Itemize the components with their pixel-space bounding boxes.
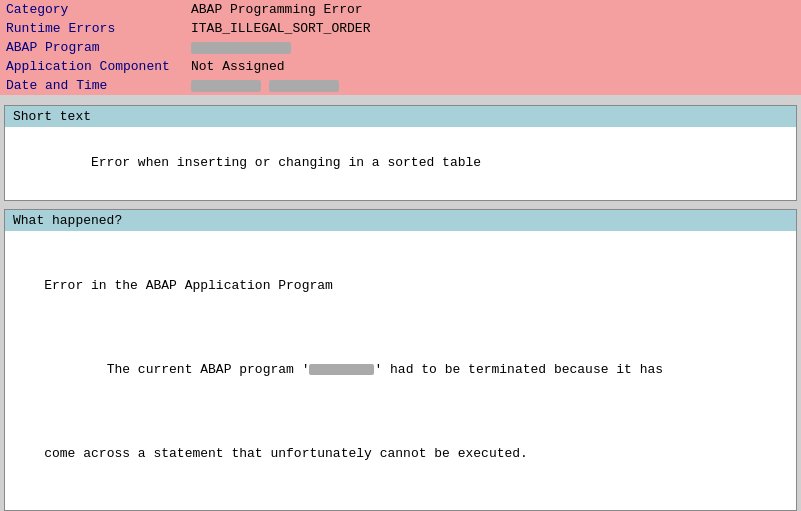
table-row: Date and Time: [0, 76, 801, 95]
short-text-section: Short text Error when inserting or chang…: [4, 105, 797, 201]
short-text-header: Short text: [5, 106, 796, 127]
value-runtime-errors: ITAB_ILLEGAL_SORT_ORDER: [185, 19, 801, 38]
what-happened-section: What happened? Error in the ABAP Applica…: [4, 209, 797, 512]
label-date-time: Date and Time: [0, 76, 185, 95]
label-abap-program: ABAP Program: [0, 38, 185, 57]
error-info-table: Category ABAP Programming Error Runtime …: [0, 0, 801, 95]
label-app-component: Application Component: [0, 57, 185, 76]
what-happened-line3: come across a statement that unfortunate…: [13, 444, 788, 464]
what-happened-header: What happened?: [5, 210, 796, 231]
value-category: ABAP Programming Error: [185, 0, 801, 19]
short-text-body: Error when inserting or changing in a so…: [5, 127, 796, 200]
redacted-program-name: [309, 364, 374, 375]
short-text-content: Error when inserting or changing in a so…: [60, 155, 481, 170]
redacted-date: [191, 80, 261, 92]
what-happened-body: Error in the ABAP Application Program Th…: [5, 231, 796, 511]
label-runtime-errors: Runtime Errors: [0, 19, 185, 38]
table-row: Runtime Errors ITAB_ILLEGAL_SORT_ORDER: [0, 19, 801, 38]
value-app-component: Not Assigned: [185, 57, 801, 76]
redacted-time: [269, 80, 339, 92]
what-happened-line2: The current ABAP program '' had to be te…: [13, 340, 788, 399]
label-category: Category: [0, 0, 185, 19]
error-page: Category ABAP Programming Error Runtime …: [0, 0, 801, 511]
table-row: ABAP Program: [0, 38, 801, 57]
value-abap-program: [185, 38, 801, 57]
what-happened-line1: Error in the ABAP Application Program: [13, 276, 788, 296]
what-happened-line2-prefix: The current ABAP program ': [75, 362, 309, 377]
value-date-time: [185, 76, 801, 95]
table-row: Category ABAP Programming Error: [0, 0, 801, 19]
redacted-abap-program: [191, 42, 291, 54]
table-row: Application Component Not Assigned: [0, 57, 801, 76]
what-happened-line2-suffix: ' had to be terminated because it has: [374, 362, 663, 377]
